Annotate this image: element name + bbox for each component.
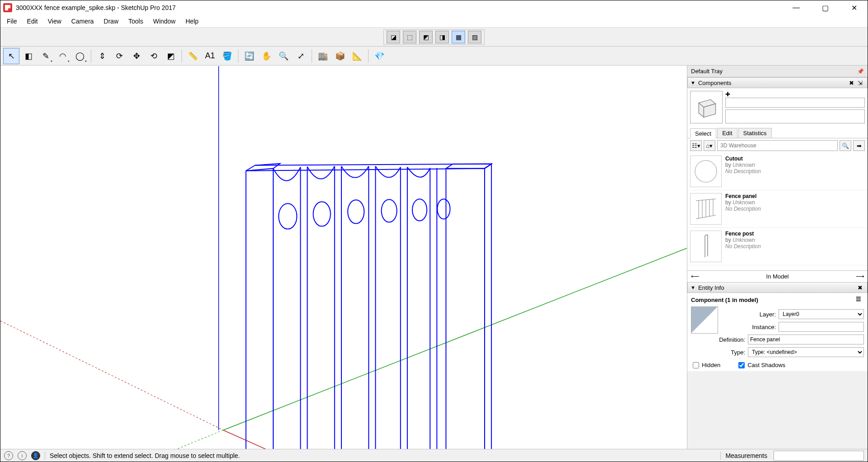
measurements-input[interactable] <box>774 451 864 461</box>
tab-edit[interactable]: Edit <box>717 128 737 138</box>
maximize-button[interactable]: ▢ <box>816 1 834 14</box>
warehouse-tool[interactable]: 🏬 <box>315 48 331 64</box>
search-icon[interactable]: 🔍 <box>840 140 851 151</box>
style-toolbar: ◪ ⬚ ◩ ◨ ▦ ▨ <box>0 28 868 47</box>
menu-window[interactable]: Window <box>149 16 180 27</box>
layout-tool[interactable]: 📐 <box>349 48 365 64</box>
component-tabs: Select Edit Statistics <box>687 126 868 138</box>
svg-point-21 <box>437 199 450 219</box>
paint-tool[interactable]: 🪣 <box>219 48 235 64</box>
scale-tool[interactable]: ◩ <box>163 48 179 64</box>
circle-tool[interactable]: ◯ <box>72 48 88 64</box>
close-panel-icon[interactable]: ✖ <box>847 80 856 86</box>
add-component-icon[interactable]: ✚ <box>725 91 865 98</box>
nav-forward-icon[interactable]: ⟶ <box>855 273 865 280</box>
info-icon[interactable]: i <box>18 451 27 460</box>
offset-tool[interactable]: ⟳ <box>111 48 127 64</box>
tab-select[interactable]: Select <box>690 128 716 138</box>
layer-label: Layer: <box>722 311 776 318</box>
component-list[interactable]: Cutoutby UnknownNo DescriptionFence pane… <box>687 153 868 270</box>
tape-tool[interactable]: 📏 <box>185 48 201 64</box>
component-thumbnail[interactable] <box>690 91 723 123</box>
collapse-icon: ▼ <box>691 285 695 290</box>
list-item[interactable]: Cutoutby UnknownNo Description <box>687 153 868 190</box>
component-name-input[interactable] <box>725 98 865 108</box>
components-header-label: Components <box>698 80 732 86</box>
definition-input[interactable] <box>748 335 864 344</box>
text-tool[interactable]: A1 <box>202 48 218 64</box>
status-hint: Select objects. Shift to extend select. … <box>50 452 240 459</box>
main-toolbar: ↖◧✎◠◯⇕⟳✥⟲◩📏A1🪣🔄✋🔍⤢🏬📦📐💎 <box>0 47 868 66</box>
entity-details-icon[interactable]: ☰ <box>856 296 864 304</box>
menu-camera[interactable]: Camera <box>67 16 98 27</box>
component-name: Cutout <box>725 156 865 162</box>
component-author: by Unknown <box>725 237 865 243</box>
svg-line-2 <box>223 430 478 449</box>
arc-tool[interactable]: ◠ <box>55 48 71 64</box>
pushpull-tool[interactable]: ⇕ <box>94 48 110 64</box>
orbit-tool[interactable]: 🔄 <box>241 48 257 64</box>
svg-point-25 <box>695 160 717 182</box>
user-icon[interactable]: 👤 <box>31 451 40 460</box>
minimize-button[interactable]: — <box>787 1 805 14</box>
pencil-tool[interactable]: ✎ <box>37 48 54 64</box>
viewport[interactable] <box>0 66 687 449</box>
measurements-label: Measurements <box>725 452 767 459</box>
filter-view-icon[interactable]: ☷▾ <box>690 140 702 151</box>
close-button[interactable]: ✕ <box>845 1 863 14</box>
menu-view[interactable]: View <box>43 16 66 27</box>
rotate-tool[interactable]: ⟲ <box>145 48 162 64</box>
entity-title: Component (1 in model) <box>691 297 758 303</box>
menu-draw[interactable]: Draw <box>99 16 123 27</box>
list-item[interactable]: Fence panelby UnknownNo Description <box>687 190 868 228</box>
component-name: Fence post <box>725 231 865 237</box>
pin-icon[interactable]: 📌 <box>857 68 864 75</box>
ruby-tool[interactable]: 💎 <box>371 48 387 64</box>
style-wireframe-icon[interactable]: ⬚ <box>403 31 416 43</box>
zoom-extents-tool[interactable]: ⤢ <box>293 48 309 64</box>
filter-home-icon[interactable]: ⌂▾ <box>704 140 715 151</box>
expand-panel-icon[interactable]: ⇲ <box>856 80 864 86</box>
component-author: by Unknown <box>725 162 865 168</box>
entity-panel-header[interactable]: ▼ Entity Info ✖ <box>687 282 868 293</box>
select-tool[interactable]: ↖ <box>3 48 19 64</box>
instance-input[interactable] <box>779 322 864 332</box>
nav-back-icon[interactable]: ⟵ <box>690 273 700 280</box>
tab-statistics[interactable]: Statistics <box>738 128 772 138</box>
search-input[interactable] <box>717 140 838 151</box>
component-preview: ✚ <box>687 88 868 126</box>
component-filter-row: ☷▾ ⌂▾ 🔍 ➡ <box>687 138 868 153</box>
search-go-icon[interactable]: ➡ <box>853 140 865 151</box>
zoom-tool[interactable]: 🔍 <box>275 48 292 64</box>
menu-edit[interactable]: Edit <box>23 16 42 27</box>
layer-select[interactable]: Layer0 <box>779 309 864 319</box>
style-shaded-icon[interactable]: ◪ <box>387 31 400 43</box>
style-xray-icon[interactable]: ▨ <box>468 31 481 43</box>
entity-swatch[interactable] <box>691 306 718 334</box>
pan-tool[interactable]: ✋ <box>258 48 275 64</box>
app-icon <box>3 3 12 12</box>
component-desc-input[interactable] <box>725 109 865 123</box>
cast-shadows-checkbox[interactable]: Cast Shadows <box>738 362 785 368</box>
svg-point-20 <box>412 199 427 221</box>
menu-help[interactable]: Help <box>181 16 203 27</box>
nav-label: In Model <box>700 273 855 280</box>
close-panel-icon[interactable]: ✖ <box>856 284 864 291</box>
tray-header[interactable]: Default Tray 📌 <box>687 66 868 77</box>
component-thumb <box>690 193 722 225</box>
hidden-checkbox[interactable]: Hidden <box>693 362 720 368</box>
style-textured-icon[interactable]: ▦ <box>452 31 465 43</box>
help-icon[interactable]: ? <box>4 451 13 460</box>
style-mono-icon[interactable]: ◨ <box>435 31 449 43</box>
type-select[interactable]: Type: <undefined> <box>748 347 864 357</box>
component-desc: No Description <box>725 206 865 212</box>
list-item[interactable]: Fence postby UnknownNo Description <box>687 228 868 265</box>
components-panel-header[interactable]: ▼ Components ✖ ⇲ <box>687 77 868 88</box>
menu-file[interactable]: File <box>2 16 22 27</box>
move-tool[interactable]: ✥ <box>128 48 145 64</box>
menu-tools[interactable]: Tools <box>124 16 148 27</box>
extension-tool[interactable]: 📦 <box>332 48 348 64</box>
component-thumb <box>690 231 722 262</box>
eraser-tool[interactable]: ◧ <box>20 48 37 64</box>
style-hiddenline-icon[interactable]: ◩ <box>419 31 433 43</box>
